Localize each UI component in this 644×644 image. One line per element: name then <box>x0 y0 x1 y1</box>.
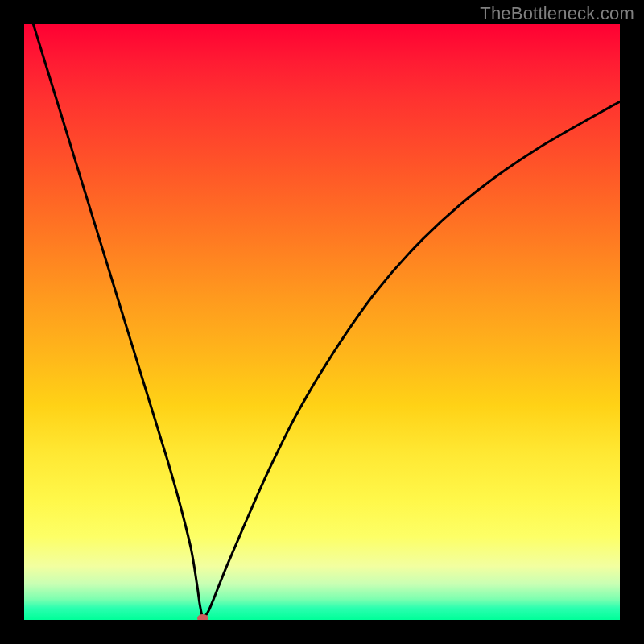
optimum-marker <box>197 614 208 620</box>
chart-frame: TheBottleneck.com <box>0 0 644 644</box>
curve-layer <box>24 24 620 620</box>
bottleneck-curve <box>24 24 620 618</box>
watermark-text: TheBottleneck.com <box>480 3 634 24</box>
plot-area <box>24 24 620 620</box>
